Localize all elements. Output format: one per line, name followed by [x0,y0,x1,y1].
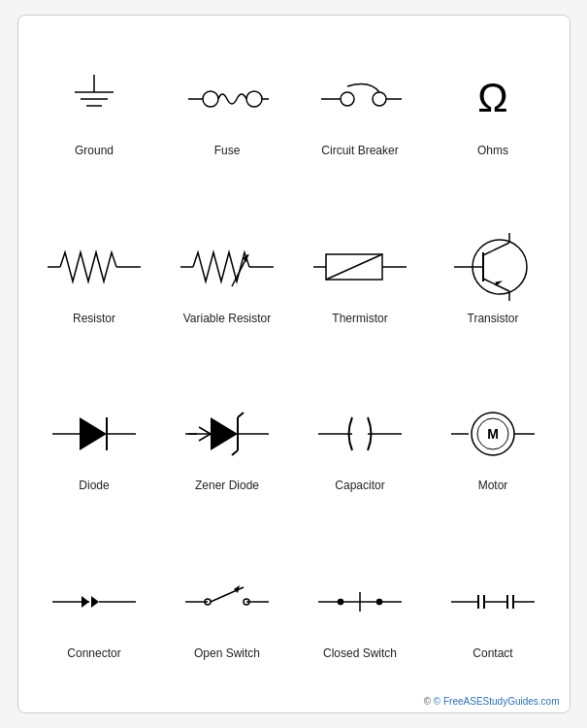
label-zener-diode: Zener Diode [195,479,259,492]
symbol-ground [33,60,156,138]
svg-marker-53 [91,596,99,608]
svg-line-26 [483,243,509,255]
main-card: Ground Fuse [17,15,571,713]
label-diode: Diode [79,479,109,492]
svg-point-9 [341,92,354,106]
symbol-variable-resistor [166,228,289,306]
symbol-open-switch [166,563,289,641]
svg-text:Ω: Ω [477,75,507,120]
cell-variable-resistor: Variable Resistor [161,193,294,361]
label-closed-switch: Closed Switch [323,646,397,660]
symbol-motor: M [432,395,555,473]
label-circuit-breaker: Circuit Breaker [321,144,398,157]
svg-line-40 [232,450,238,455]
svg-marker-37 [211,417,238,450]
cell-capacitor: Capacitor [294,360,427,528]
label-resistor: Resistor [73,312,115,325]
cell-ground: Ground [28,25,161,193]
symbol-ohms: Ω [432,60,555,138]
cell-transistor: Transistor [427,193,560,361]
label-contact: Contact [473,646,512,660]
label-connector: Connector [67,646,120,660]
symbol-resistor [33,228,156,306]
cell-thermistor: Thermistor [294,193,427,361]
svg-text:M: M [487,426,499,442]
svg-point-6 [246,91,262,107]
symbol-transistor [432,228,555,306]
label-variable-resistor: Variable Resistor [183,312,271,325]
symbol-thermistor [299,228,422,306]
svg-point-5 [203,91,218,107]
label-ohms: Ohms [477,144,508,157]
label-open-switch: Open Switch [194,646,260,660]
symbol-fuse [166,60,289,138]
svg-point-62 [338,599,343,605]
svg-point-10 [373,92,386,106]
symbols-grid: Ground Fuse [28,25,560,695]
symbol-closed-switch [299,563,422,641]
symbol-contact [432,563,555,641]
cell-fuse: Fuse [161,25,294,193]
cell-motor: M Motor [427,360,560,528]
cell-contact: Contact [427,528,560,696]
cell-resistor: Resistor [28,193,161,361]
symbol-zener-diode [166,395,289,473]
footer-link: © FreeASEStudyGuides.com [434,696,560,707]
cell-open-switch: Open Switch [161,528,294,696]
label-thermistor: Thermistor [332,312,387,325]
cell-diode: Diode [28,360,161,528]
svg-line-21 [326,254,382,280]
label-fuse: Fuse [214,144,241,157]
svg-marker-32 [80,417,107,450]
label-capacitor: Capacitor [335,479,384,492]
svg-line-42 [199,427,211,434]
cell-closed-switch: Closed Switch [294,528,427,696]
svg-line-39 [238,413,244,417]
symbol-capacitor [299,395,422,473]
label-transistor: Transistor [468,312,519,325]
label-motor: Motor [478,479,508,492]
svg-marker-52 [82,596,89,608]
footer-credit: © © FreeASEStudyGuides.com [424,696,560,707]
cell-connector: Connector [28,528,161,696]
label-ground: Ground [75,144,114,157]
symbol-circuit-breaker [299,60,422,138]
cell-ohms: Ω Ohms [427,25,560,193]
cell-zener-diode: Zener Diode [161,360,294,528]
symbol-diode [33,395,156,473]
cell-circuit-breaker: Circuit Breaker [294,25,427,193]
symbol-connector [33,563,156,641]
svg-line-43 [199,434,211,441]
